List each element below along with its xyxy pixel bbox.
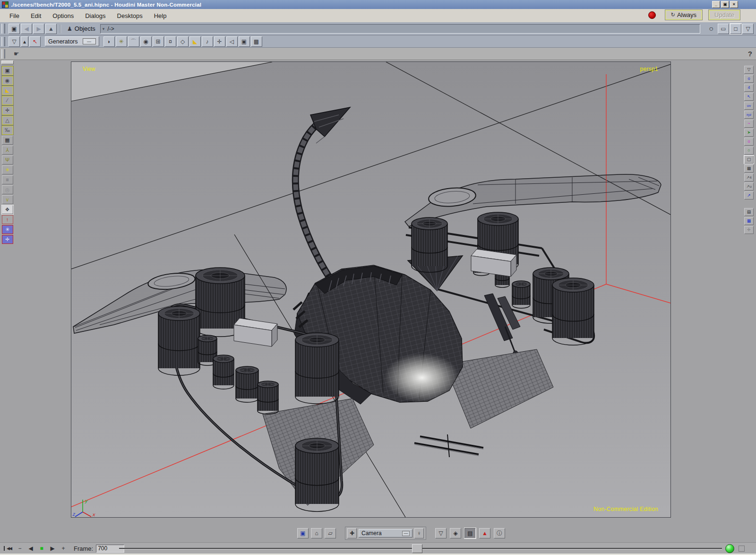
starburst-icon[interactable]: ✳ — [2, 165, 13, 174]
rewind-button[interactable]: ◀◀ — [4, 546, 13, 551]
geometry-icon[interactable]: ▣ — [2, 66, 13, 75]
menu-file[interactable]: File — [4, 9, 25, 22]
select-tool-button[interactable]: ↖ — [29, 36, 41, 47]
camera-icon[interactable]: ◉ — [2, 76, 13, 85]
box-pick-icon[interactable]: ▢ — [744, 156, 754, 164]
menu-help[interactable]: Help — [148, 9, 172, 22]
viewport-3d-scene[interactable]: y z x — [71, 62, 670, 517]
lasso-icon[interactable]: ○ — [744, 147, 754, 155]
add-pane-icon[interactable]: ✛ — [744, 226, 754, 234]
toolbar-grip[interactable] — [1, 24, 5, 34]
select-xyz-icon[interactable]: xyz — [744, 111, 754, 119]
bone-tool-icon[interactable]: ⌒ — [128, 36, 139, 47]
chevrons-icon[interactable]: ∨ — [2, 195, 13, 204]
back-button[interactable]: ◀ — [21, 24, 32, 34]
context-indicator[interactable]: ♟ Objects — [67, 25, 95, 32]
close-button[interactable]: × — [730, 1, 738, 8]
up-level-button[interactable]: ▲ — [45, 24, 57, 34]
realtime-toggle-icon[interactable] — [725, 544, 734, 553]
ik-chain-icon[interactable]: Ψ — [2, 156, 13, 165]
snap-points-icon[interactable]: ↗ — [744, 191, 754, 199]
display-box-icon[interactable]: ▤ — [744, 208, 754, 216]
fly-mode-button[interactable]: ♀ — [414, 528, 424, 538]
play-forward-button[interactable]: ▶ — [49, 545, 56, 552]
instance-tool-icon[interactable]: ▩ — [251, 36, 262, 47]
forward-button[interactable]: ▶ — [33, 24, 44, 34]
update-mode-button[interactable]: ↻ Always — [665, 10, 702, 20]
path-menu-icon[interactable]: ▾ — [103, 26, 105, 31]
toolbar-grip[interactable] — [1, 49, 5, 59]
tool-filter-button[interactable]: ▽ — [9, 36, 20, 47]
select-objects-icon[interactable]: o — [744, 75, 754, 83]
light-tool-icon[interactable]: ◣ — [189, 36, 201, 47]
menu-edit[interactable]: Edit — [25, 9, 47, 22]
stamp-tool-icon[interactable]: ¤ — [165, 36, 176, 47]
update-button[interactable]: Update — [709, 10, 740, 20]
path-field[interactable]: ▾ /-> — [100, 24, 700, 34]
titlebar[interactable]: ./scenes/!bench/T2000_5.5_ani.hipnc - Ho… — [0, 0, 756, 9]
sound-tool-icon[interactable]: ◁ — [226, 36, 238, 47]
flag-icon[interactable]: ➤ — [744, 129, 754, 137]
toolbar-scroll-nub[interactable] — [1, 61, 14, 64]
float-pane-button[interactable]: ▭ — [718, 24, 729, 34]
view-mode-icon[interactable]: ▣ — [297, 528, 309, 538]
snap-grid-icon[interactable]: ↗4 — [744, 173, 754, 182]
add-view-button[interactable]: ✚ — [347, 528, 357, 538]
constraints-icon[interactable]: ≡ — [2, 175, 13, 184]
camera-select[interactable]: Camera — — [359, 529, 412, 538]
jack-icon[interactable]: ❖ — [2, 205, 13, 214]
timeline-handle[interactable] — [412, 544, 422, 553]
paste-grid-icon[interactable]: ▦ — [2, 136, 13, 145]
frame-view-icon[interactable]: ▱ — [325, 528, 336, 538]
fetch-tool-icon[interactable]: ▣ — [239, 36, 250, 47]
paint-select-icon[interactable]: ✛ — [2, 235, 13, 244]
view-filter-icon[interactable]: ▽ — [744, 66, 754, 74]
add-tool-icon[interactable]: ✛ — [214, 36, 225, 47]
info-icon[interactable]: ⓘ — [494, 528, 505, 538]
quad-view-icon[interactable]: ▦ — [744, 217, 754, 225]
red-arrow-icon[interactable]: ↑ — [2, 215, 13, 224]
render-indicator-icon[interactable] — [648, 11, 656, 19]
stop-button[interactable]: ■ — [38, 545, 45, 552]
maximize-pane-button[interactable]: □ — [730, 24, 741, 34]
microphone-tool-icon[interactable]: ♪ — [202, 36, 213, 47]
play-reverse-button[interactable]: ◀ — [27, 545, 34, 552]
select-groups-icon[interactable]: 4 — [744, 84, 754, 92]
light-icon[interactable]: ◣ — [2, 86, 13, 95]
spray-paint-icon[interactable]: ✳ — [2, 225, 13, 234]
restore-button[interactable]: ▣ — [721, 1, 729, 8]
timeline-track[interactable] — [119, 548, 722, 549]
spare-button[interactable]: ▴ — [21, 36, 28, 47]
generators-dropdown[interactable]: Generators — — [45, 36, 99, 46]
minimize-button[interactable]: _ — [712, 1, 720, 8]
lsystem-tool-icon[interactable]: ✳ — [116, 36, 127, 47]
menu-desktops[interactable]: Desktops — [112, 9, 148, 22]
blend-tool-icon[interactable]: ⊞ — [153, 36, 164, 47]
null-tool-icon[interactable]: ◗ — [103, 36, 115, 47]
hierarchy-icon[interactable]: ⅄ — [2, 146, 13, 155]
menu-dialogs[interactable]: Dialogs — [79, 9, 111, 22]
geometry-tool-icon[interactable]: ◇ — [177, 36, 189, 47]
hq-flame-icon[interactable]: ▲ — [479, 528, 490, 538]
select-pointer-icon[interactable]: ↖ — [744, 93, 754, 101]
collapse-icon[interactable]: — — [402, 531, 410, 536]
home-view-icon[interactable]: ⌂ — [311, 528, 322, 538]
filter-display-button[interactable]: ▽ — [742, 24, 754, 34]
menu-options[interactable]: Options — [47, 9, 79, 22]
snap-uv-icon[interactable]: ↗u — [744, 182, 754, 191]
select-uv-icon[interactable]: uv — [744, 102, 754, 110]
point-select-icon[interactable]: o — [744, 138, 754, 146]
playbar-options-button[interactable] — [739, 546, 745, 552]
pane-layout-button[interactable]: ▣ — [9, 24, 20, 34]
help-button[interactable]: ? — [748, 50, 752, 58]
curve-edit-icon[interactable]: ~ — [744, 120, 754, 128]
flask-icon[interactable]: △ — [2, 116, 13, 125]
toolbar-grip[interactable] — [1, 37, 5, 46]
viewport[interactable]: y z x View persp1 Non-Commercial Edition — [71, 61, 671, 518]
viewport-filter-icon[interactable]: ▽ — [435, 528, 447, 538]
metaball-icon[interactable]: ‰ — [2, 126, 13, 135]
frame-forward-button[interactable]: + — [60, 545, 67, 552]
dotted-box-icon[interactable]: ▩ — [744, 165, 754, 173]
radial-menu-button[interactable]: ○ — [705, 24, 717, 34]
shaded-mode-icon[interactable]: ◈ — [450, 528, 461, 538]
